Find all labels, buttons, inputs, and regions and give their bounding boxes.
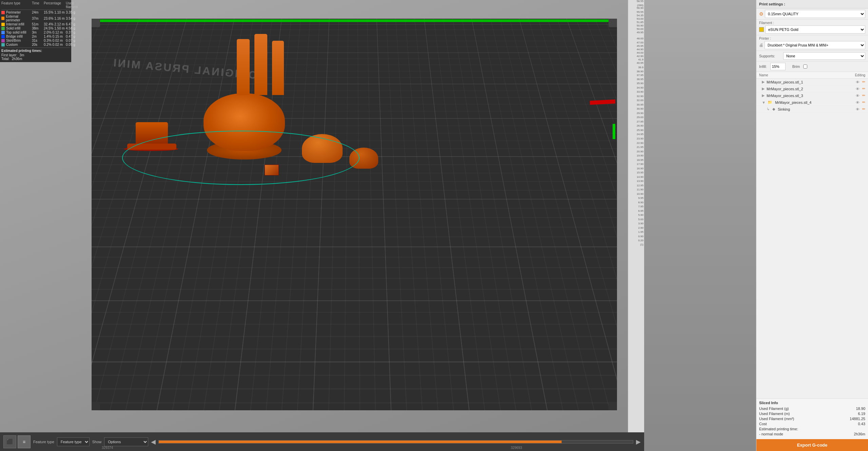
filament-select[interactable]: eSUN PETG Gold xyxy=(765,25,865,34)
corner-br xyxy=(609,402,617,410)
total-row: Total: 2h36m xyxy=(1,57,70,61)
eye-icon[interactable]: 👁 xyxy=(856,94,860,98)
brim-checkbox[interactable] xyxy=(803,64,807,69)
file-name: MrMayor_pieces.stl_2 xyxy=(767,87,803,91)
legend-item-name: Top solid infill xyxy=(1,31,32,34)
export-gcode-button[interactable]: Export G-code xyxy=(756,439,868,451)
legend-item-weight: 3.35 g xyxy=(66,11,86,14)
ruler-tick: 19.90 xyxy=(637,154,643,157)
sliced-row-value: 0.43 xyxy=(858,422,865,426)
file-name: MrMayor_pieces.stl_4 xyxy=(775,100,812,105)
layer-view-button[interactable]: ≡ xyxy=(18,435,31,448)
scroll-thumb xyxy=(159,440,562,443)
ruler-tick: 54.35 xyxy=(637,14,643,17)
legend-item-weight: 0.07 g xyxy=(66,39,86,42)
ruler-tick: 3.90 xyxy=(638,222,643,225)
ruler-tick: 40.95 xyxy=(637,62,643,64)
scroll-right-arrow[interactable]: ▶ xyxy=(636,438,641,446)
ruler-tick: 34.90 xyxy=(637,87,643,89)
legend-item-name: Custom xyxy=(1,43,32,46)
name-col-header: Name xyxy=(759,73,768,77)
file-list-item[interactable]: ▶ MrMayor_pieces.stl_3 👁 ✏ xyxy=(756,92,868,99)
edit-icon[interactable]: ✏ xyxy=(862,100,865,105)
collapse-arrow[interactable]: ▶ xyxy=(762,80,765,84)
file-list-item[interactable]: ▶ MrMayor_pieces.stl_1 👁 ✏ xyxy=(756,79,868,86)
sliced-info-row: Used Filament (m) 6.19 xyxy=(759,412,865,416)
ruler-tick: 33.90 xyxy=(637,91,643,93)
scroll-track[interactable] xyxy=(158,440,633,444)
sliced-row-label: Used Filament (g) xyxy=(759,407,789,411)
ruler-tick: 30.95 xyxy=(637,104,643,106)
sliced-info-row: Used Filament (mm²) 14881.25 xyxy=(759,417,865,421)
estimated-times: Estimated printing times: First layer: 3… xyxy=(1,48,70,61)
legend-row: External perimeter 37m 23.6% 1.16 m 3.54… xyxy=(1,15,70,22)
ruler-tick: 5.00 xyxy=(638,218,643,221)
ruler-tick: 7.95 xyxy=(638,205,643,208)
coord-right: 329693 xyxy=(511,446,522,450)
bottom-toolbar: ⬛ ≡ Feature type Feature type Show Optio… xyxy=(0,432,644,451)
indent-icon: ↳ xyxy=(767,107,770,111)
ruler-tick: 21.95 xyxy=(637,146,643,149)
sliced-info-row: - normal mode 2h36m xyxy=(759,432,865,436)
quality-select[interactable]: 0.15mm QUALITY xyxy=(765,10,865,18)
file-list: ▶ MrMayor_pieces.stl_1 👁 ✏ ▶ MrMayor_pie… xyxy=(756,79,868,398)
edit-icon[interactable]: ✏ xyxy=(862,80,865,84)
collapse-arrow[interactable]: ▶ xyxy=(762,87,765,91)
filament-color-swatch xyxy=(759,27,764,32)
supports-select[interactable]: None xyxy=(783,52,865,60)
infill-input[interactable] xyxy=(770,63,786,70)
3d-view-button[interactable]: ⬛ xyxy=(3,435,16,448)
eye-icon[interactable]: 👁 xyxy=(856,100,860,105)
supports-row: Supports: None xyxy=(756,51,868,61)
ruler-tick: 41.9 xyxy=(638,58,643,61)
ruler-tick: 23.90 xyxy=(637,137,643,140)
eye-icon[interactable]: 👁 xyxy=(856,87,860,91)
ruler-tick: (1) xyxy=(640,243,643,246)
ruler-tick: 32.00 xyxy=(637,99,643,102)
object-icon: ◆ xyxy=(772,107,775,111)
legend-row: Internal infill 51m 32.4% 2.12 m 6.47 g xyxy=(1,22,70,26)
3d-scene[interactable]: ORIGINAL PRUSA MINI xyxy=(0,0,644,432)
file-list-item[interactable]: ▼ 📁 MrMayor_pieces.stl_4 👁 ✏ xyxy=(756,99,868,106)
corner-bl xyxy=(92,402,100,410)
feature-type-label: Feature type xyxy=(33,440,54,444)
edit-icon[interactable]: ✏ xyxy=(862,87,865,91)
sliced-row-label: Estimated printing time: xyxy=(759,427,798,431)
ruler-tick: 39.9 xyxy=(638,66,643,69)
sliced-row-label: Cost xyxy=(759,422,767,426)
y-ruler: 58.55(390)56.9055.5554.3553.0051.8550.90… xyxy=(628,0,644,432)
legend-item-pct: 32.4% 2.12 m xyxy=(44,22,66,26)
legend-color-swatch xyxy=(1,11,5,14)
infill-label: Infill: xyxy=(759,64,767,69)
expand-arrow[interactable]: ▼ xyxy=(762,100,766,105)
ruler-tick: 15.95 xyxy=(637,171,643,174)
est-times-label: Estimated printing times: xyxy=(1,49,70,53)
print-bed: ORIGINAL PRUSA MINI xyxy=(92,19,617,410)
view-select[interactable]: Feature type xyxy=(57,437,90,446)
file-list-item[interactable]: ↳ ◆ Sinking 👁 ✏ xyxy=(756,106,868,113)
first-layer-label: First layer: xyxy=(1,53,17,57)
legend-item-pct: 2.0% 0.12 m xyxy=(44,31,66,34)
right-panel: Print settings : ⚙ 0.15mm QUALITY Filame… xyxy=(756,0,868,451)
eye-icon[interactable]: 👁 xyxy=(856,107,860,111)
selection-ellipse xyxy=(122,131,360,185)
view-mode-buttons: ⬛ ≡ xyxy=(3,435,31,448)
ruler-tick: 17.90 xyxy=(637,163,643,166)
edit-icon[interactable]: ✏ xyxy=(862,93,865,98)
eye-icon[interactable]: 👁 xyxy=(856,80,860,84)
sliced-rows: Used Filament (g) 18.90 Used Filament (m… xyxy=(759,407,865,436)
legend-color-swatch xyxy=(1,31,5,34)
scroll-left-arrow[interactable]: ◀ xyxy=(151,438,156,446)
legend-item-pct: 1.4% 0.15 m xyxy=(44,35,66,38)
legend-row: Bridge infill 2m 1.4% 0.15 m 0.47 g xyxy=(1,35,70,38)
edit-icon[interactable]: ✏ xyxy=(862,107,865,111)
printer-label: Printer : xyxy=(759,37,865,40)
ruler-tick: 14.90 xyxy=(637,176,643,178)
main-viewport: Feature type Time Percentage Used filame… xyxy=(0,0,756,451)
infill-brim-row: Infill: Brim xyxy=(756,61,868,72)
file-list-item[interactable]: ▶ MrMayor_pieces.stl_2 👁 ✏ xyxy=(756,86,868,92)
printer-select[interactable]: Druckbert * Original Prusa MINI & MINI+ xyxy=(765,41,865,49)
show-select[interactable]: Options xyxy=(104,437,148,446)
collapse-arrow[interactable]: ▶ xyxy=(762,93,765,98)
filament-label: Filament : xyxy=(759,21,865,25)
